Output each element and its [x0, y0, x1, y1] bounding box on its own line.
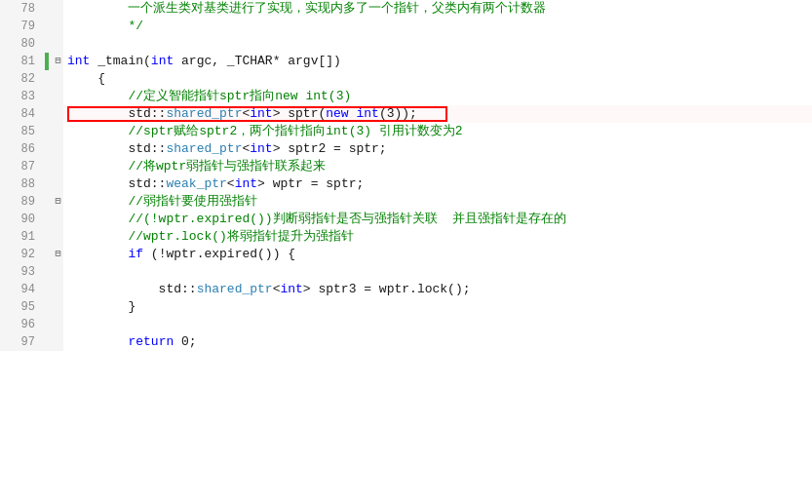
- line-row: 89⊟ //弱指针要使用强指针: [0, 193, 812, 211]
- line-number: 89: [0, 193, 41, 211]
- line-row: 90 //(!wptr.expired())判断弱指针是否与强指针关联 并且强指…: [0, 211, 812, 228]
- fold-gutter: [53, 175, 63, 193]
- line-number: 84: [0, 105, 41, 123]
- code-editor: 78 一个派生类对基类进行了实现，实现内多了一个指针，父类内有两个计数器79 *…: [0, 0, 812, 504]
- line-number: 79: [0, 18, 41, 35]
- code-content: //将wptr弱指针与强指针联系起来: [63, 158, 812, 175]
- code-content: 一个派生类对基类进行了实现，实现内多了一个指针，父类内有两个计数器: [63, 0, 812, 18]
- fold-gutter: [53, 281, 63, 298]
- code-content: int _tmain(int argc, _TCHAR* argv[]): [63, 53, 812, 70]
- fold-gutter: [53, 140, 63, 158]
- line-row: 87 //将wptr弱指针与强指针联系起来: [0, 158, 812, 175]
- line-number: 88: [0, 175, 41, 193]
- line-row: 91 //wptr.lock()将弱指针提升为强指针: [0, 228, 812, 246]
- line-row: 78 一个派生类对基类进行了实现，实现内多了一个指针，父类内有两个计数器: [0, 0, 812, 18]
- code-content: */: [63, 18, 812, 35]
- code-content: [63, 35, 812, 53]
- line-row: 88 std::weak_ptr<int> wptr = sptr;: [0, 175, 812, 193]
- fold-gutter: [53, 211, 63, 228]
- line-row: 84 std::shared_ptr<int> sptr(new int(3))…: [0, 105, 812, 123]
- fold-gutter: [53, 70, 63, 88]
- fold-gutter: [53, 263, 63, 281]
- fold-gutter: [53, 158, 63, 175]
- line-number: 82: [0, 70, 41, 88]
- code-content: return 0;: [63, 333, 812, 351]
- line-row: 79 */: [0, 18, 812, 35]
- code-content: std::shared_ptr<int> sptr2 = sptr;: [63, 140, 812, 158]
- code-content: }: [63, 298, 812, 316]
- line-row: 92⊟ if (!wptr.expired()) {: [0, 246, 812, 263]
- line-number: 78: [0, 0, 41, 18]
- code-content: [63, 316, 812, 333]
- code-content: std::shared_ptr<int> sptr3 = wptr.lock()…: [63, 281, 812, 298]
- line-number: 95: [0, 298, 41, 316]
- line-row: 95 }: [0, 298, 812, 316]
- code-content: //弱指针要使用强指针: [63, 193, 812, 211]
- line-row: 80: [0, 35, 812, 53]
- code-content: if (!wptr.expired()) {: [63, 246, 812, 263]
- line-number: 91: [0, 228, 41, 246]
- line-row: 94 std::shared_ptr<int> sptr3 = wptr.loc…: [0, 281, 812, 298]
- line-number: 92: [0, 246, 41, 263]
- code-content: //定义智能指针sptr指向new int(3): [63, 88, 812, 105]
- fold-gutter[interactable]: ⊟: [53, 53, 63, 70]
- fold-gutter: [53, 228, 63, 246]
- fold-gutter: [53, 298, 63, 316]
- line-row: 97 return 0;: [0, 333, 812, 351]
- code-content: std::shared_ptr<int> sptr(new int(3));: [63, 105, 812, 123]
- fold-gutter[interactable]: ⊟: [53, 193, 63, 211]
- fold-gutter: [53, 123, 63, 140]
- fold-gutter: [53, 18, 63, 35]
- line-number: 87: [0, 158, 41, 175]
- line-row: 82 {: [0, 70, 812, 88]
- code-content: std::weak_ptr<int> wptr = sptr;: [63, 175, 812, 193]
- line-row: 93: [0, 263, 812, 281]
- fold-gutter: [53, 333, 63, 351]
- fold-gutter[interactable]: ⊟: [53, 246, 63, 263]
- line-row: 96: [0, 316, 812, 333]
- line-number: 90: [0, 211, 41, 228]
- line-row: 83 //定义智能指针sptr指向new int(3): [0, 88, 812, 105]
- code-content: {: [63, 70, 812, 88]
- line-row: 85 //sptr赋给sptr2，两个指针指向int(3) 引用计数变为2: [0, 123, 812, 140]
- fold-gutter: [53, 316, 63, 333]
- line-number: 85: [0, 123, 41, 140]
- line-number: 93: [0, 263, 41, 281]
- code-content: //wptr.lock()将弱指针提升为强指针: [63, 228, 812, 246]
- line-number: 96: [0, 316, 41, 333]
- line-number: 86: [0, 140, 41, 158]
- fold-gutter: [53, 0, 63, 18]
- line-number: 81: [0, 53, 41, 70]
- fold-gutter: [53, 88, 63, 105]
- code-content: [63, 263, 812, 281]
- line-number: 97: [0, 333, 41, 351]
- code-content: //sptr赋给sptr2，两个指针指向int(3) 引用计数变为2: [63, 123, 812, 140]
- code-content: //(!wptr.expired())判断弱指针是否与强指针关联 并且强指针是存…: [63, 211, 812, 228]
- fold-gutter: [53, 105, 63, 123]
- line-row: 81⊟int _tmain(int argc, _TCHAR* argv[]): [0, 53, 812, 70]
- line-number: 80: [0, 35, 41, 53]
- line-number: 83: [0, 88, 41, 105]
- fold-gutter: [53, 35, 63, 53]
- line-row: 86 std::shared_ptr<int> sptr2 = sptr;: [0, 140, 812, 158]
- line-number: 94: [0, 281, 41, 298]
